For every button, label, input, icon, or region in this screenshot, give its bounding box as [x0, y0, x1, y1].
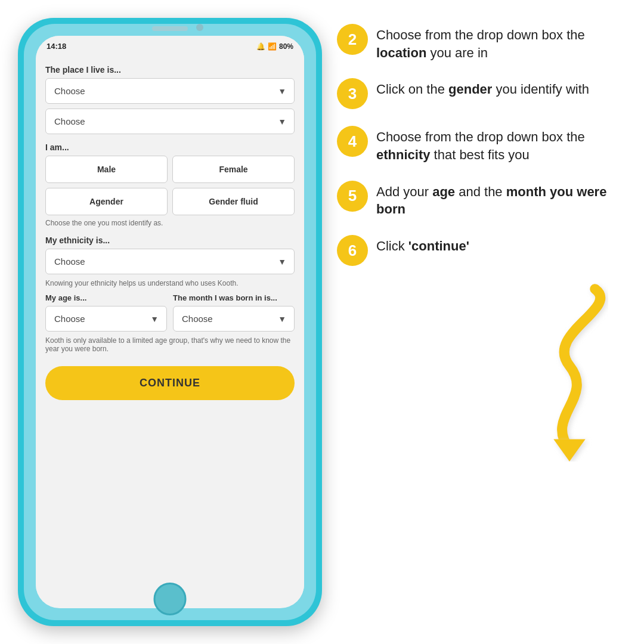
badge-2: 2 — [337, 24, 368, 55]
wifi-icon: 📶 — [268, 42, 277, 51]
instruction-step6: 6 Click 'continue' — [337, 235, 623, 266]
location-label: The place I live is... — [45, 65, 295, 75]
instruction-step4: 4 Choose from the drop down box the ethn… — [337, 126, 623, 163]
age-dropdown[interactable]: Choose — [45, 306, 167, 332]
age-dropdown-wrapper: Choose ▼ — [45, 306, 167, 332]
gender-label: I am... — [45, 143, 295, 152]
status-time: 14:18 — [47, 42, 66, 51]
phone-home-button[interactable] — [154, 583, 187, 615]
instruction-step5: 5 Add your age and the month you were bo… — [337, 181, 623, 218]
location-dropdown2-wrapper: Choose ▼ — [45, 109, 295, 134]
instruction-step3: 3 Click on the gender you identify with — [337, 78, 623, 109]
instruction-text-2: Choose from the drop down box the locati… — [376, 24, 623, 61]
instruction-text-4: Choose from the drop down box the ethnic… — [376, 126, 623, 163]
instruction-text-3: Click on the gender you identify with — [376, 78, 589, 98]
status-icons: 🔔 📶 80% — [256, 42, 293, 51]
instruction-text-6: Click 'continue' — [376, 235, 469, 255]
badge-5: 5 — [337, 181, 368, 212]
badge-3: 3 — [337, 78, 368, 109]
month-dropdown-wrapper: Choose ▼ — [173, 306, 295, 332]
badge-4: 4 — [337, 126, 368, 157]
instructions-panel: 2 Choose from the drop down box the loca… — [337, 24, 623, 283]
phone-screen: 14:18 🔔 📶 80% The place I live is... Cho… — [36, 36, 304, 608]
age-column: My age is... Choose ▼ — [45, 293, 167, 336]
gender-fluid-button[interactable]: Gender fluid — [172, 188, 295, 215]
gender-hint: Choose the one you most identify as. — [45, 219, 295, 227]
ethnicity-label: My ethnicity is... — [45, 236, 295, 245]
gender-grid: Male Female Agender Gender fluid — [45, 156, 295, 215]
age-month-row: My age is... Choose ▼ The month I was bo… — [45, 293, 295, 336]
age-hint: Kooth is only available to a limited age… — [45, 336, 295, 353]
instruction-step2: 2 Choose from the drop down box the loca… — [337, 24, 623, 61]
ethnicity-hint: Knowing your ethnicity helps us understa… — [45, 279, 295, 287]
gender-agender-button[interactable]: Agender — [45, 188, 168, 215]
month-dropdown[interactable]: Choose — [173, 306, 295, 332]
ethnicity-dropdown[interactable]: Choose — [45, 249, 295, 274]
status-bar: 14:18 🔔 📶 80% — [36, 36, 304, 57]
continue-button[interactable]: CONTINUE — [45, 366, 295, 400]
phone-speaker — [152, 26, 188, 31]
location-dropdown1-wrapper: Choose ▼ — [45, 78, 295, 104]
instruction-text-5: Add your age and the month you were born — [376, 181, 623, 218]
gender-female-button[interactable]: Female — [172, 156, 295, 183]
decorative-arrow — [504, 283, 635, 462]
phone-device: 14:18 🔔 📶 80% The place I live is... Cho… — [18, 18, 322, 626]
ethnicity-dropdown-wrapper: Choose ▼ — [45, 249, 295, 274]
month-column: The month I was born in is... Choose ▼ — [173, 293, 295, 336]
month-label: The month I was born in is... — [173, 293, 295, 302]
location-dropdown1[interactable]: Choose — [45, 78, 295, 104]
battery-icon: 80% — [279, 42, 293, 51]
phone-camera — [196, 24, 203, 31]
badge-6: 6 — [337, 235, 368, 266]
form-content: The place I live is... Choose ▼ Choose ▼… — [36, 57, 304, 605]
age-label: My age is... — [45, 293, 167, 302]
gender-male-button[interactable]: Male — [45, 156, 168, 183]
volume-icon: 🔔 — [256, 42, 265, 51]
location-dropdown2[interactable]: Choose — [45, 109, 295, 134]
svg-marker-0 — [553, 439, 586, 462]
